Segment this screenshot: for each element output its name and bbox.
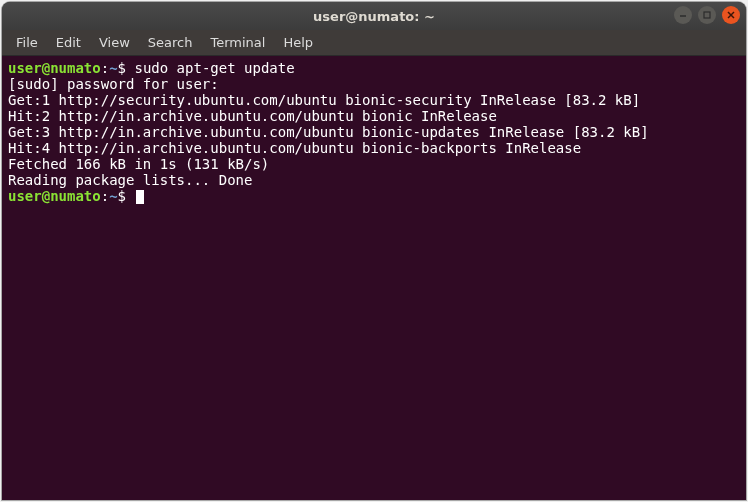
menubar: File Edit View Search Terminal Help [2,30,746,56]
prompt-user-host: user@numato [8,188,101,204]
maximize-button[interactable] [698,6,716,24]
prompt-separator: : [101,60,109,76]
menu-help[interactable]: Help [275,32,321,53]
prompt-symbol: $ [118,60,135,76]
titlebar: user@numato: ~ [2,2,746,30]
output-line: Hit:4 http://in.archive.ubuntu.com/ubunt… [8,140,581,156]
prompt-separator: : [101,188,109,204]
output-line: Fetched 166 kB in 1s (131 kB/s) [8,156,269,172]
menu-edit[interactable]: Edit [48,32,89,53]
prompt-symbol: $ [118,188,135,204]
menu-search[interactable]: Search [140,32,201,53]
output-line: Get:3 http://in.archive.ubuntu.com/ubunt… [8,124,649,140]
terminal-area[interactable]: user@numato:~$ sudo apt-get update [sudo… [2,56,746,500]
prompt-path: ~ [109,188,117,204]
svg-rect-1 [704,12,710,18]
output-line: Get:1 http://security.ubuntu.com/ubuntu … [8,92,640,108]
menu-view[interactable]: View [91,32,138,53]
window-controls [674,6,740,24]
prompt-user-host: user@numato [8,60,101,76]
cursor-icon [136,190,144,204]
menu-file[interactable]: File [8,32,46,53]
output-line: Reading package lists... Done [8,172,252,188]
prompt-path: ~ [109,60,117,76]
terminal-window: user@numato: ~ File Edit View Search Ter… [2,2,746,500]
menu-terminal[interactable]: Terminal [202,32,273,53]
close-button[interactable] [722,6,740,24]
window-title: user@numato: ~ [313,9,435,24]
output-line: Hit:2 http://in.archive.ubuntu.com/ubunt… [8,108,497,124]
minimize-button[interactable] [674,6,692,24]
command-text: sudo apt-get update [134,60,294,76]
output-line: [sudo] password for user: [8,76,219,92]
